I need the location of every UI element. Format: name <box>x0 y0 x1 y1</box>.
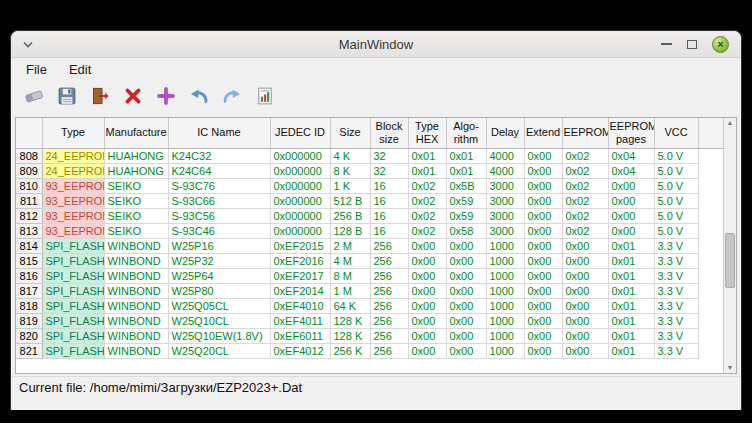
cell-size[interactable]: 1 K <box>330 178 370 193</box>
cell-vcc[interactable]: 3.3 V <box>654 283 698 298</box>
cell-ic_name[interactable]: W25P32 <box>168 253 270 268</box>
cell-size[interactable]: 128 B <box>330 223 370 238</box>
redo-button[interactable] <box>219 84 244 109</box>
cell-algorithm[interactable]: 0x58 <box>446 223 486 238</box>
table-row[interactable]: 81093_EEPROMSEIKOS-93C760x0000001 K160x0… <box>16 178 723 193</box>
cell-block_size[interactable]: 256 <box>370 328 408 343</box>
scrollbar-thumb[interactable] <box>725 233 735 288</box>
cell-manufacture[interactable]: WINBOND <box>104 328 168 343</box>
cell-manufacture[interactable]: WINBOND <box>104 343 168 358</box>
cell-jedec_id[interactable]: 0x000000 <box>270 178 330 193</box>
row-number[interactable]: 817 <box>16 283 42 298</box>
cell-manufacture[interactable]: SEIKO <box>104 223 168 238</box>
row-number[interactable]: 810 <box>16 178 42 193</box>
cell-extend[interactable]: 0x00 <box>524 343 562 358</box>
row-number[interactable]: 818 <box>16 298 42 313</box>
table-row[interactable]: 818SPI_FLASHWINBONDW25Q05CL0xEF401064 K2… <box>16 298 723 313</box>
column-header[interactable]: Type <box>42 118 104 148</box>
cell-block_size[interactable]: 16 <box>370 178 408 193</box>
cell-type[interactable]: SPI_FLASH <box>42 238 104 253</box>
column-header[interactable]: VCC <box>654 118 698 148</box>
cell-delay[interactable]: 3000 <box>486 178 524 193</box>
row-number[interactable]: 820 <box>16 328 42 343</box>
cell-type_hex[interactable]: 0x00 <box>408 313 446 328</box>
cell-size[interactable]: 8 K <box>330 163 370 178</box>
cell-algorithm[interactable]: 0x00 <box>446 268 486 283</box>
cell-eeprom_pages[interactable]: 0x01 <box>608 343 654 358</box>
cell-delay[interactable]: 1000 <box>486 298 524 313</box>
column-header[interactable]: Delay <box>486 118 524 148</box>
row-number[interactable]: 816 <box>16 268 42 283</box>
cell-extend[interactable]: 0x00 <box>524 328 562 343</box>
cell-extend[interactable]: 0x00 <box>524 313 562 328</box>
cell-type_hex[interactable]: 0x02 <box>408 223 446 238</box>
cell-ic_name[interactable]: W25P80 <box>168 283 270 298</box>
cell-block_size[interactable]: 256 <box>370 253 408 268</box>
cell-type[interactable]: SPI_FLASH <box>42 253 104 268</box>
cell-extend[interactable]: 0x00 <box>524 193 562 208</box>
cell-eeprom_pages[interactable]: 0x00 <box>608 178 654 193</box>
cell-algorithm[interactable]: 0x59 <box>446 193 486 208</box>
cell-delay[interactable]: 1000 <box>486 313 524 328</box>
cell-size[interactable]: 8 M <box>330 268 370 283</box>
delete-button[interactable] <box>120 84 145 109</box>
cell-type_hex[interactable]: 0x00 <box>408 238 446 253</box>
cell-jedec_id[interactable]: 0x000000 <box>270 148 330 163</box>
cell-eeprom_pages[interactable]: 0x04 <box>608 148 654 163</box>
scrollbar-down-icon[interactable]: ▼ <box>724 363 736 373</box>
cell-size[interactable]: 64 K <box>330 298 370 313</box>
maximize-button[interactable] <box>687 40 697 49</box>
cell-block_size[interactable]: 256 <box>370 283 408 298</box>
cell-block_size[interactable]: 16 <box>370 193 408 208</box>
cell-type[interactable]: 24_EEPROM <box>42 148 104 163</box>
cell-algorithm[interactable]: 0x00 <box>446 238 486 253</box>
undo-button[interactable] <box>186 84 211 109</box>
cell-type[interactable]: 93_EEPROM <box>42 193 104 208</box>
save-button[interactable] <box>54 84 79 109</box>
cell-extend[interactable]: 0x00 <box>524 163 562 178</box>
cell-manufacture[interactable]: WINBOND <box>104 283 168 298</box>
cell-manufacture[interactable]: WINBOND <box>104 253 168 268</box>
cell-extend[interactable]: 0x00 <box>524 253 562 268</box>
cell-delay[interactable]: 4000 <box>486 148 524 163</box>
cell-algorithm[interactable]: 0x00 <box>446 313 486 328</box>
cell-delay[interactable]: 3000 <box>486 208 524 223</box>
menu-edit[interactable]: Edit <box>66 60 94 79</box>
cell-block_size[interactable]: 256 <box>370 268 408 283</box>
cell-size[interactable]: 1 M <box>330 283 370 298</box>
cell-vcc[interactable]: 5.0 V <box>654 163 698 178</box>
cell-extend[interactable]: 0x00 <box>524 238 562 253</box>
cell-eeprom_pages[interactable]: 0x01 <box>608 268 654 283</box>
cell-type_hex[interactable]: 0x00 <box>408 268 446 283</box>
row-number[interactable]: 819 <box>16 313 42 328</box>
cell-ic_name[interactable]: K24C32 <box>168 148 270 163</box>
cell-ic_name[interactable]: W25Q05CL <box>168 298 270 313</box>
cell-eeprom[interactable]: 0x00 <box>562 343 608 358</box>
cell-jedec_id[interactable]: 0xEF2014 <box>270 283 330 298</box>
cell-algorithm[interactable]: 0x00 <box>446 253 486 268</box>
cell-eeprom[interactable]: 0x02 <box>562 193 608 208</box>
table-row[interactable]: 819SPI_FLASHWINBONDW25Q10CL0xEF4011128 K… <box>16 313 723 328</box>
cell-jedec_id[interactable]: 0xEF6011 <box>270 328 330 343</box>
cell-type_hex[interactable]: 0x00 <box>408 298 446 313</box>
cell-delay[interactable]: 1000 <box>486 343 524 358</box>
cell-eeprom[interactable]: 0x02 <box>562 178 608 193</box>
cell-eeprom_pages[interactable]: 0x01 <box>608 328 654 343</box>
cell-vcc[interactable]: 3.3 V <box>654 238 698 253</box>
cell-size[interactable]: 4 M <box>330 253 370 268</box>
cell-delay[interactable]: 1000 <box>486 238 524 253</box>
cell-extend[interactable]: 0x00 <box>524 268 562 283</box>
menu-file[interactable]: File <box>23 60 50 79</box>
cell-extend[interactable]: 0x00 <box>524 208 562 223</box>
cell-type[interactable]: SPI_FLASH <box>42 328 104 343</box>
cell-block_size[interactable]: 256 <box>370 298 408 313</box>
cell-delay[interactable]: 3000 <box>486 193 524 208</box>
cell-vcc[interactable]: 3.3 V <box>654 298 698 313</box>
cell-eeprom[interactable]: 0x00 <box>562 283 608 298</box>
cell-size[interactable]: 128 K <box>330 328 370 343</box>
row-number[interactable]: 812 <box>16 208 42 223</box>
column-header[interactable]: Block size <box>370 118 408 148</box>
cell-block_size[interactable]: 32 <box>370 148 408 163</box>
cell-algorithm[interactable]: 0x00 <box>446 328 486 343</box>
cell-eeprom_pages[interactable]: 0x01 <box>608 253 654 268</box>
